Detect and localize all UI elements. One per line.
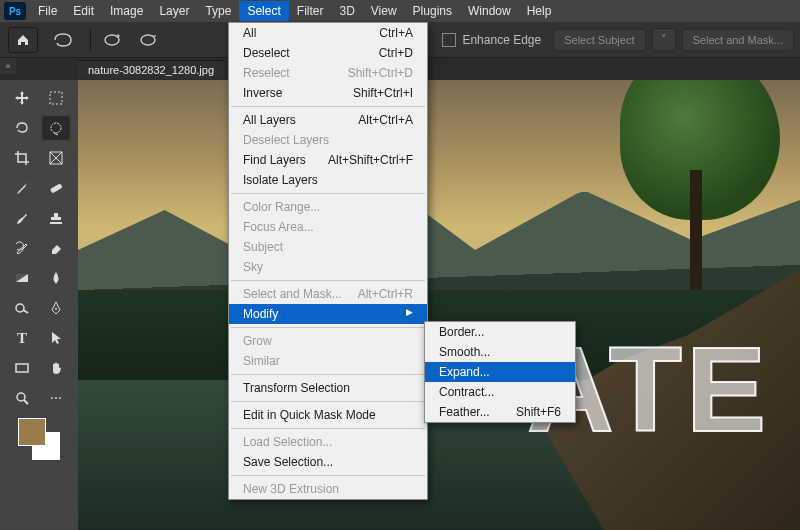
menu-filter[interactable]: Filter bbox=[289, 1, 332, 21]
subtract-from-selection[interactable] bbox=[133, 28, 163, 52]
menu-item-label: Find Layers bbox=[243, 153, 306, 167]
eyedropper-icon bbox=[14, 180, 30, 196]
collapse-panels-icon[interactable]: « bbox=[0, 58, 16, 74]
menubar: Ps File Edit Image Layer Type Select Fil… bbox=[0, 0, 800, 22]
eraser-icon bbox=[48, 240, 64, 256]
modify-menu-item[interactable]: Feather...Shift+F6 bbox=[425, 402, 575, 422]
document-canvas[interactable]: ATE bbox=[78, 80, 800, 530]
svg-rect-16 bbox=[16, 364, 28, 372]
menu-item-label: Save Selection... bbox=[243, 455, 333, 469]
color-swatches[interactable] bbox=[14, 416, 64, 462]
blur-tool[interactable] bbox=[42, 266, 70, 290]
select-menu-item: Load Selection... bbox=[229, 432, 427, 452]
menu-type[interactable]: Type bbox=[197, 1, 239, 21]
enhance-edge-label: Enhance Edge bbox=[462, 33, 541, 47]
type-tool[interactable]: T bbox=[8, 326, 36, 350]
brush-tool[interactable] bbox=[8, 206, 36, 230]
clone-stamp-tool[interactable] bbox=[42, 206, 70, 230]
eraser-tool[interactable] bbox=[42, 236, 70, 260]
menu-item-label: Inverse bbox=[243, 86, 282, 100]
menu-item-shortcut: Ctrl+D bbox=[379, 46, 413, 60]
lasso-tool[interactable] bbox=[8, 116, 36, 140]
edit-toolbar[interactable]: ⋯ bbox=[42, 386, 70, 410]
select-menu-item[interactable]: Edit in Quick Mask Mode bbox=[229, 405, 427, 425]
select-menu-item[interactable]: InverseShift+Ctrl+I bbox=[229, 83, 427, 103]
menu-item-label: Grow bbox=[243, 334, 272, 348]
select-and-mask-button[interactable]: Select and Mask... bbox=[682, 29, 795, 51]
menu-item-label: All Layers bbox=[243, 113, 296, 127]
menu-item-label: Select and Mask... bbox=[243, 287, 342, 301]
modify-menu-item[interactable]: Contract... bbox=[425, 382, 575, 402]
crop-tool[interactable] bbox=[8, 146, 36, 170]
select-menu-item: ReselectShift+Ctrl+D bbox=[229, 63, 427, 83]
add-to-selection[interactable] bbox=[97, 28, 127, 52]
select-menu-item: Sky bbox=[229, 257, 427, 277]
rectangle-tool[interactable] bbox=[8, 356, 36, 380]
select-menu-item[interactable]: Find LayersAlt+Shift+Ctrl+F bbox=[229, 150, 427, 170]
home-button[interactable] bbox=[8, 27, 38, 53]
zoom-tool[interactable] bbox=[8, 386, 36, 410]
menu-item-label: All bbox=[243, 26, 256, 40]
select-menu-dropdown: AllCtrl+ADeselectCtrl+DReselectShift+Ctr… bbox=[228, 22, 428, 500]
menu-select[interactable]: Select bbox=[239, 1, 288, 21]
dodge-tool[interactable] bbox=[8, 296, 36, 320]
stamp-icon bbox=[48, 210, 64, 226]
select-menu-item[interactable]: All LayersAlt+Ctrl+A bbox=[229, 110, 427, 130]
enhance-edge-checkbox[interactable]: Enhance Edge bbox=[442, 33, 541, 47]
select-menu-item[interactable]: Isolate Layers bbox=[229, 170, 427, 190]
brush-icon bbox=[14, 210, 30, 226]
menu-image[interactable]: Image bbox=[102, 1, 151, 21]
select-menu-item: Focus Area... bbox=[229, 217, 427, 237]
menu-item-shortcut: Alt+Ctrl+R bbox=[358, 287, 413, 301]
select-menu-item[interactable]: Transform Selection bbox=[229, 378, 427, 398]
history-brush-tool[interactable] bbox=[8, 236, 36, 260]
menu-item-shortcut: Shift+Ctrl+I bbox=[353, 86, 413, 100]
modify-menu-item[interactable]: Border... bbox=[425, 322, 575, 342]
frame-tool[interactable] bbox=[42, 146, 70, 170]
gradient-tool[interactable] bbox=[8, 266, 36, 290]
menu-file[interactable]: File bbox=[30, 1, 65, 21]
document-tab[interactable]: nature-3082832_1280.jpg bbox=[78, 60, 224, 79]
modify-menu-item[interactable]: Smooth... bbox=[425, 342, 575, 362]
select-menu-item[interactable]: Modify▶ bbox=[229, 304, 427, 324]
dodge-icon bbox=[14, 300, 30, 316]
menu-edit[interactable]: Edit bbox=[65, 1, 102, 21]
eyedropper-tool[interactable] bbox=[8, 176, 36, 200]
menu-help[interactable]: Help bbox=[519, 1, 560, 21]
modify-menu-item[interactable]: Expand... bbox=[425, 362, 575, 382]
select-menu-item[interactable]: DeselectCtrl+D bbox=[229, 43, 427, 63]
select-subject-button[interactable]: Select Subject bbox=[553, 29, 645, 51]
menu-view[interactable]: View bbox=[363, 1, 405, 21]
foreground-swatch[interactable] bbox=[18, 418, 46, 446]
marquee-tool[interactable] bbox=[42, 86, 70, 110]
select-menu-item[interactable]: Save Selection... bbox=[229, 452, 427, 472]
modify-submenu: Border...Smooth...Expand...Contract...Fe… bbox=[424, 321, 576, 423]
select-subject-dropdown[interactable]: ˅ bbox=[652, 28, 676, 51]
path-selection-tool[interactable] bbox=[42, 326, 70, 350]
menu-item-shortcut: Shift+F6 bbox=[516, 405, 561, 419]
menu-item-label: Feather... bbox=[439, 405, 490, 419]
menu-item-label: New 3D Extrusion bbox=[243, 482, 339, 496]
quick-selection-tool[interactable] bbox=[42, 116, 70, 140]
lasso-tool-icon bbox=[14, 120, 30, 136]
menu-layer[interactable]: Layer bbox=[151, 1, 197, 21]
select-menu-item[interactable]: AllCtrl+A bbox=[229, 23, 427, 43]
menu-item-label: Deselect Layers bbox=[243, 133, 329, 147]
hand-tool[interactable] bbox=[42, 356, 70, 380]
healing-brush-tool[interactable] bbox=[42, 176, 70, 200]
menu-item-shortcut: Ctrl+A bbox=[379, 26, 413, 40]
quick-select-icon bbox=[48, 120, 64, 136]
crop-icon bbox=[14, 150, 30, 166]
menu-3d[interactable]: 3D bbox=[331, 1, 362, 21]
pen-tool[interactable] bbox=[42, 296, 70, 320]
menu-item-label: Subject bbox=[243, 240, 283, 254]
menu-window[interactable]: Window bbox=[460, 1, 519, 21]
type-icon: T bbox=[17, 330, 27, 347]
menu-item-label: Isolate Layers bbox=[243, 173, 318, 187]
subtract-selection-icon bbox=[137, 31, 159, 49]
move-tool[interactable] bbox=[8, 86, 36, 110]
bandage-icon bbox=[48, 180, 64, 196]
brush-preset-picker[interactable] bbox=[48, 28, 78, 52]
menu-plugins[interactable]: Plugins bbox=[405, 1, 460, 21]
select-menu-item: Select and Mask...Alt+Ctrl+R bbox=[229, 284, 427, 304]
